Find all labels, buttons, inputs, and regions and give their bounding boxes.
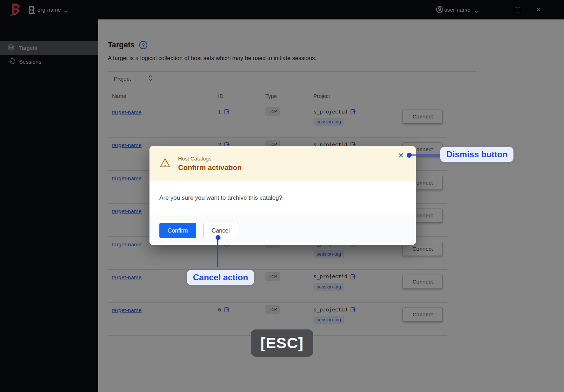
annotation-cancel-line: [217, 239, 218, 267]
confirm-button[interactable]: Confirm: [159, 223, 196, 238]
modal-title: Confirm activation: [178, 163, 242, 172]
modal-message: Are you sure you want to archive this ca…: [149, 181, 416, 216]
confirm-modal: Host Catalogs Confirm activation ✕ Are y…: [149, 146, 416, 245]
warning-icon: [159, 158, 171, 170]
app-window: org-name user-name ✕: [0, 0, 564, 392]
cancel-button[interactable]: Cancel: [203, 223, 238, 238]
modal-footer: Confirm Cancel: [149, 216, 416, 245]
esc-key-badge: [ESC]: [251, 329, 313, 357]
modal-header-text: Host Catalogs Confirm activation: [178, 156, 242, 172]
annotation-cancel-label: Cancel action: [187, 270, 254, 285]
annotation-dismiss-line: [411, 154, 440, 156]
modal-close-button[interactable]: ✕: [396, 151, 406, 160]
modal-eyebrow: Host Catalogs: [178, 156, 242, 162]
modal-header: Host Catalogs Confirm activation ✕: [149, 146, 416, 181]
annotation-dismiss-label: Dismiss button: [440, 147, 513, 162]
